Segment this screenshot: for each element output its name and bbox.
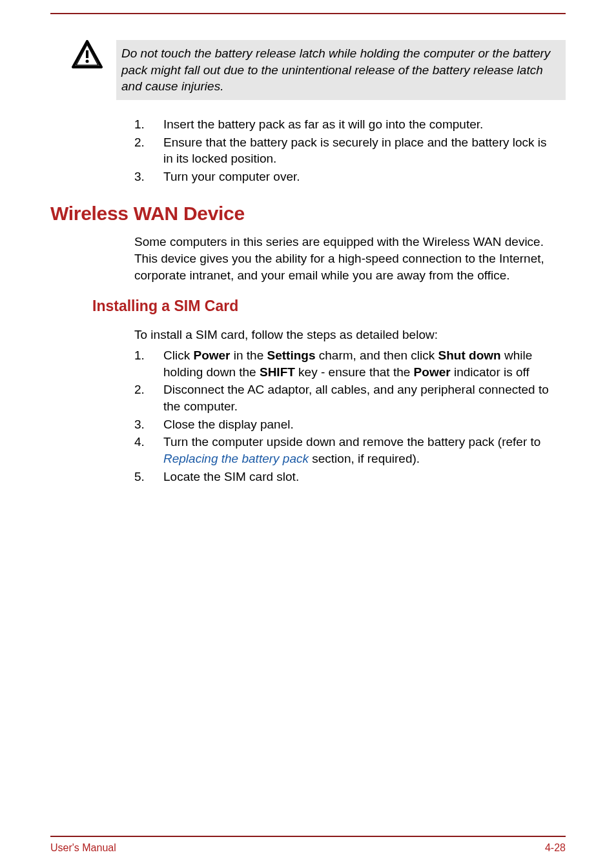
- footer-rule: [50, 836, 566, 837]
- list-num: 2.: [134, 134, 163, 167]
- warning-box: Do not touch the battery release latch w…: [71, 40, 566, 100]
- list-item: 3. Close the display panel.: [134, 416, 559, 433]
- para-sim-intro: To install a SIM card, follow the steps …: [134, 327, 559, 343]
- footer-right: 4-28: [545, 842, 566, 854]
- list-text: Disconnect the AC adaptor, all cables, a…: [163, 381, 559, 414]
- list-item: 5. Locate the SIM card slot.: [134, 469, 559, 485]
- list-num: 1.: [134, 116, 163, 133]
- list-text: Turn the computer upside down and remove…: [163, 434, 559, 467]
- list-item: 2. Ensure that the battery pack is secur…: [134, 134, 559, 167]
- list-text: Locate the SIM card slot.: [163, 469, 559, 485]
- warning-text: Do not touch the battery release latch w…: [116, 40, 566, 100]
- list-item: 1. Click Power in the Settings charm, an…: [134, 347, 559, 380]
- page-container: Do not touch the battery release latch w…: [0, 0, 616, 485]
- list-item: 2. Disconnect the AC adaptor, all cables…: [134, 381, 559, 414]
- sim-ordered-list: 1. Click Power in the Settings charm, an…: [134, 347, 559, 485]
- top-ordered-list: 1. Insert the battery pack as far as it …: [134, 116, 559, 185]
- footer-left: User's Manual: [50, 842, 116, 854]
- warning-icon: [71, 40, 103, 70]
- svg-rect-2: [86, 50, 88, 58]
- list-item: 1. Insert the battery pack as far as it …: [134, 116, 559, 133]
- list-text: Turn your computer over.: [163, 168, 559, 185]
- list-item: 4. Turn the computer upside down and rem…: [134, 434, 559, 467]
- list-num: 3.: [134, 168, 163, 185]
- list-num: 3.: [134, 416, 163, 433]
- footer: User's Manual 4-28: [50, 836, 566, 854]
- footer-row: User's Manual 4-28: [50, 842, 566, 854]
- list-num: 1.: [134, 347, 163, 380]
- list-num: 5.: [134, 469, 163, 485]
- list-text: Click Power in the Settings charm, and t…: [163, 347, 559, 380]
- heading-wireless-wan: Wireless WAN Device: [50, 203, 566, 225]
- list-text: Close the display panel.: [163, 416, 559, 433]
- svg-point-3: [86, 60, 89, 63]
- list-item: 3. Turn your computer over.: [134, 168, 559, 185]
- para-wireless-wan: Some computers in this series are equipp…: [134, 234, 559, 283]
- list-num: 4.: [134, 434, 163, 467]
- top-rule: [50, 13, 566, 14]
- list-text: Ensure that the battery pack is securely…: [163, 134, 559, 167]
- list-text: Insert the battery pack as far as it wil…: [163, 116, 559, 133]
- list-num: 2.: [134, 381, 163, 414]
- heading-installing-sim: Installing a SIM Card: [92, 298, 566, 315]
